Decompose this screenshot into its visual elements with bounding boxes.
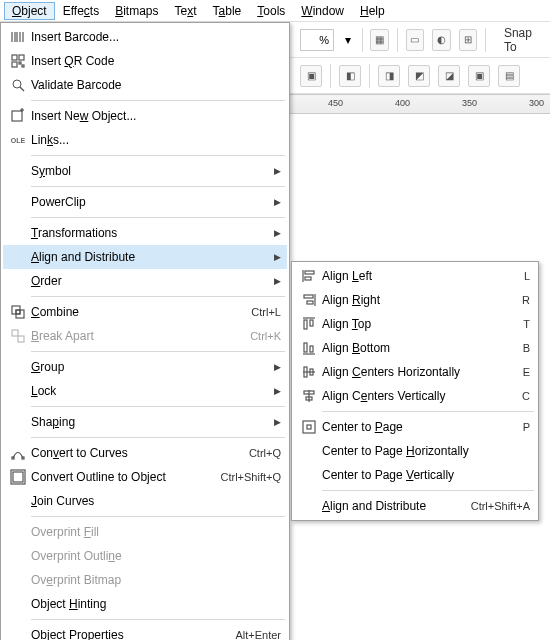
menu-item-convert-to-curves[interactable]: Convert to Curves Ctrl+Q [3,441,287,465]
menu-item-label: Center to Page [320,420,511,434]
toolbar-align-button-7[interactable]: ▤ [498,65,520,87]
menu-item-label: Break Apart [29,329,238,343]
menu-item-align-centers-vert[interactable]: Align Centers Vertically C [294,384,536,408]
qr-icon [7,50,29,72]
menu-item-object-hinting[interactable]: Object Hinting [3,592,287,616]
menubar-item-table[interactable]: Table [205,2,250,20]
menubar-item-object[interactable]: Object [4,2,55,20]
svg-rect-43 [307,425,311,429]
menu-item-label: Join Curves [29,494,281,508]
menubar-item-help[interactable]: Help [352,2,393,20]
convert-curves-icon [7,442,29,464]
align-center-horiz-icon [298,361,320,383]
menu-item-shortcut: E [511,366,530,378]
menu-item-align-and-distribute-dialog[interactable]: Align and Distribute Ctrl+Shift+A [294,494,536,518]
submenu-arrow-icon: ▶ [267,417,281,427]
svg-rect-26 [305,277,311,280]
blank-icon [7,411,29,433]
menu-item-overprint-outline: Overprint Outline [3,544,287,568]
toolbar-align-button-2[interactable]: ◧ [339,65,361,87]
convert-outline-icon [7,466,29,488]
ruler-tick-label: 400 [395,98,410,108]
menu-item-align-right[interactable]: Align Right R [294,288,536,312]
blank-icon [7,191,29,213]
submenu-arrow-icon: ▶ [267,386,281,396]
menu-item-insert-barcode[interactable]: Insert Barcode... [3,25,287,49]
menu-item-label: Align Centers Horizontally [320,365,511,379]
align-center-vert-icon [298,385,320,407]
menubar-item-tools[interactable]: Tools [249,2,293,20]
toolbar-button-1[interactable]: ▦ [370,29,388,51]
blank-icon [7,545,29,567]
menu-item-label: Shaping [29,415,267,429]
menu-separator [31,437,285,438]
menu-item-symbol[interactable]: Symbol ▶ [3,159,287,183]
menu-item-align-bottom[interactable]: Align Bottom B [294,336,536,360]
menu-item-shortcut: L [512,270,530,282]
menu-separator [322,411,534,412]
svg-rect-25 [305,271,314,274]
menubar-item-window[interactable]: Window [293,2,352,20]
toolbar-align-button-1[interactable]: ▣ [300,65,322,87]
menu-item-powerclip[interactable]: PowerClip ▶ [3,190,287,214]
menu-item-combine[interactable]: Combine Ctrl+L [3,300,287,324]
menu-item-label: Symbol [29,164,267,178]
menu-item-convert-outline[interactable]: Convert Outline to Object Ctrl+Shift+Q [3,465,287,489]
submenu-arrow-icon: ▶ [267,252,281,262]
menu-item-center-to-page-horiz[interactable]: Center to Page Horizontally [294,439,536,463]
toolbar-separator [330,64,331,88]
svg-rect-5 [12,55,17,60]
zoom-percent-label: % [319,34,329,46]
menu-item-align-top[interactable]: Align Top T [294,312,536,336]
blank-icon [7,490,29,512]
menu-item-object-properties[interactable]: Object Properties Alt+Enter [3,623,287,640]
menu-item-label: Convert Outline to Object [29,470,208,484]
ruler-tick-label: 350 [462,98,477,108]
toolbar-align-button-6[interactable]: ▣ [468,65,490,87]
menu-item-center-to-page[interactable]: Center to Page P [294,415,536,439]
menu-item-join-curves[interactable]: Join Curves [3,489,287,513]
blank-icon [7,593,29,615]
menu-item-transformations[interactable]: Transformations ▶ [3,221,287,245]
menu-item-shortcut: Ctrl+K [238,330,281,342]
menu-item-align-and-distribute[interactable]: Align and Distribute ▶ [3,245,287,269]
toolbar-button-4[interactable]: ⊞ [459,29,477,51]
menu-item-label: Transformations [29,226,267,240]
menu-item-center-to-page-vert[interactable]: Center to Page Vertically [294,463,536,487]
zoom-level-field[interactable]: % [300,29,334,51]
toolbar-align-button-4[interactable]: ◩ [408,65,430,87]
menu-item-insert-new-object[interactable]: Insert New Object... [3,104,287,128]
menu-separator [31,619,285,620]
menu-item-align-left[interactable]: Align Left L [294,264,536,288]
menu-item-shaping[interactable]: Shaping ▶ [3,410,287,434]
blank-icon [7,521,29,543]
menubar-item-bitmaps[interactable]: Bitmaps [107,2,166,20]
menubar-item-effects[interactable]: Effects [55,2,107,20]
ole-links-icon: OLE [7,129,29,151]
svg-rect-28 [304,295,313,298]
zoom-dropdown-icon[interactable]: ▾ [342,33,354,47]
menubar-item-text[interactable]: Text [167,2,205,20]
menu-item-links[interactable]: OLE Links... [3,128,287,152]
menu-item-label: Convert to Curves [29,446,237,460]
toolbar-align-button-5[interactable]: ◪ [438,65,460,87]
toolbar-button-2[interactable]: ▭ [406,29,424,51]
menu-item-validate-barcode[interactable]: Validate Barcode [3,73,287,97]
snap-to-dropdown[interactable]: Snap To [494,23,550,57]
menu-item-insert-qr[interactable]: Insert QR Code [3,49,287,73]
toolbar-button-3[interactable]: ◐ [432,29,450,51]
align-bottom-icon [298,337,320,359]
horizontal-ruler: 450 400 350 300 [280,94,550,114]
combine-icon [7,301,29,323]
menu-item-label: Insert QR Code [29,54,281,68]
menu-item-align-centers-horiz[interactable]: Align Centers Horizontally E [294,360,536,384]
toolbar-align-button-3[interactable]: ◨ [378,65,400,87]
submenu-arrow-icon: ▶ [267,228,281,238]
svg-rect-34 [304,343,307,352]
menu-item-order[interactable]: Order ▶ [3,269,287,293]
menu-item-group[interactable]: Group ▶ [3,355,287,379]
menu-item-label: Align Bottom [320,341,511,355]
menu-item-label: Insert Barcode... [29,30,281,44]
menu-item-lock[interactable]: Lock ▶ [3,379,287,403]
svg-rect-18 [12,330,18,336]
